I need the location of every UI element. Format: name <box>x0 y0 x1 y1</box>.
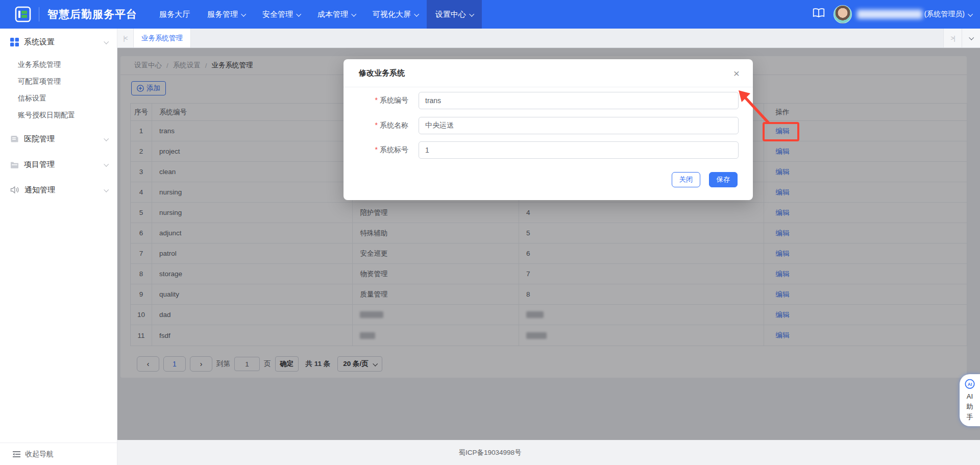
tabs-scroll-right-icon[interactable]: >| <box>943 29 962 47</box>
svg-text:AI: AI <box>968 382 972 387</box>
edit-business-system-dialog: 修改业务系统 × *系统编号 *系统名称 *系统标号 关闭 保存 <box>344 59 753 200</box>
top-navbar: 智慧后勤服务平台 服务大厅 服务管理 安全管理 成本管理 可视化大屏 设置中心 … <box>0 0 980 29</box>
chevron-down-icon <box>104 39 109 44</box>
field-label-system-code: *系统编号 <box>364 96 408 105</box>
save-button[interactable]: 保存 <box>709 172 738 187</box>
nav-item-visual-screen[interactable]: 可视化大屏 <box>364 0 427 29</box>
ai-head-icon: AI <box>964 378 976 390</box>
sidebar-item-configurable-items[interactable]: 可配置项管理 <box>0 73 117 90</box>
user-role-label[interactable]: (系统管理员) <box>924 10 965 19</box>
collapse-icon <box>12 451 21 458</box>
open-tabs-bar: |< 业务系统管理 >| <box>117 29 980 48</box>
user-name-redacted <box>857 10 922 19</box>
collapse-nav-button[interactable]: 收起导航 <box>0 443 117 465</box>
sidebar-item-business-system-mgmt[interactable]: 业务系统管理 <box>0 56 117 73</box>
dialog-title: 修改业务系统 <box>359 68 405 78</box>
close-button[interactable]: 关闭 <box>672 172 700 187</box>
nav-item-settings-center[interactable]: 设置中心 <box>427 0 482 29</box>
divider <box>39 7 39 21</box>
sidebar-group-notification-mgmt[interactable]: 通知管理 <box>0 179 117 201</box>
chevron-down-icon[interactable] <box>968 11 973 16</box>
nav-item-service-hall[interactable]: 服务大厅 <box>151 0 199 29</box>
user-avatar[interactable] <box>834 5 852 23</box>
chevron-down-icon <box>414 11 419 16</box>
chevron-down-icon <box>104 161 109 166</box>
chevron-down-icon <box>241 11 246 16</box>
close-icon[interactable]: × <box>733 68 740 79</box>
main-nav-menu: 服务大厅 服务管理 安全管理 成本管理 可视化大屏 设置中心 <box>151 0 482 29</box>
sidebar-item-account-auth-date[interactable]: 账号授权日期配置 <box>0 107 117 124</box>
manual-book-icon[interactable] <box>812 7 825 21</box>
system-code-input[interactable] <box>419 92 739 109</box>
sidebar-item-beacon-settings[interactable]: 信标设置 <box>0 90 117 107</box>
system-settings-submenu: 业务系统管理 可配置项管理 信标设置 账号授权日期配置 <box>0 56 117 124</box>
chevron-down-icon <box>104 187 109 192</box>
field-label-system-name: *系统名称 <box>364 121 408 130</box>
app-logo-icon <box>14 6 32 23</box>
sidebar-group-project-mgmt[interactable]: 项目管理 <box>0 153 117 176</box>
tabs-menu-chevron-icon[interactable] <box>962 29 980 47</box>
system-name-input[interactable] <box>419 117 739 134</box>
annotation-highlight-box <box>763 122 799 141</box>
nav-item-service-mgmt[interactable]: 服务管理 <box>199 0 254 29</box>
sidebar: 系统设置 业务系统管理 可配置项管理 信标设置 账号授权日期配置 医院管理 <box>0 29 117 465</box>
tabs-scroll-left-icon[interactable]: |< <box>117 29 134 47</box>
hospital-icon <box>10 135 19 143</box>
chevron-down-icon <box>296 11 301 16</box>
sidebar-group-system-settings[interactable]: 系统设置 <box>0 31 117 53</box>
chevron-down-icon <box>351 11 356 16</box>
chevron-down-icon <box>469 11 474 16</box>
folder-icon <box>10 161 19 168</box>
chevron-down-icon <box>104 136 109 141</box>
tab-business-system-mgmt[interactable]: 业务系统管理 <box>134 29 191 47</box>
system-number-input[interactable] <box>419 141 739 159</box>
speaker-icon <box>10 186 19 194</box>
app-title: 智慧后勤服务平台 <box>47 7 137 21</box>
ai-assistant-label: AI 助 手 <box>967 391 973 422</box>
grid-icon <box>10 38 19 46</box>
field-label-system-number: *系统标号 <box>364 145 408 155</box>
nav-item-cost-mgmt[interactable]: 成本管理 <box>309 0 364 29</box>
icp-license-label: 蜀ICP备19034998号 <box>458 448 521 457</box>
sidebar-group-hospital-mgmt[interactable]: 医院管理 <box>0 128 117 150</box>
ai-assistant-widget[interactable]: AI AI 助 手 <box>960 374 980 426</box>
nav-item-safety-mgmt[interactable]: 安全管理 <box>254 0 309 29</box>
footer: 蜀ICP备19034998号 <box>0 440 980 465</box>
